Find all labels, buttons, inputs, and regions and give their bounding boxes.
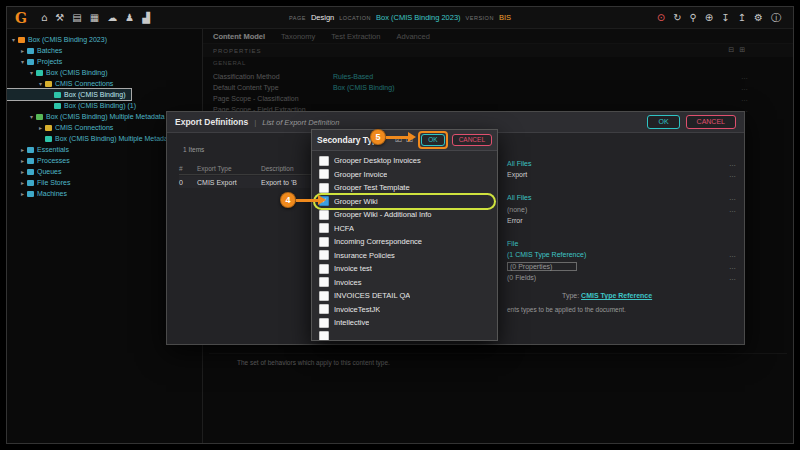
- secondary-type-option[interactable]: INVOICES DETAIL QA: [315, 289, 494, 303]
- dialog-property-row[interactable]: Error: [507, 215, 736, 226]
- type-reference-link[interactable]: CMIS Type Reference: [581, 292, 652, 299]
- dialog-property-row[interactable]: [507, 181, 736, 192]
- secondary-type-option[interactable]: [315, 330, 494, 341]
- secondary-type-option[interactable]: Invoice test: [315, 262, 494, 276]
- tools-icon[interactable]: ⚒: [55, 13, 64, 23]
- page-value[interactable]: Design: [311, 13, 334, 22]
- settings-icon[interactable]: ⚙: [754, 13, 763, 23]
- secondary-type-option[interactable]: Grooper Invoice: [315, 168, 494, 182]
- checkbox[interactable]: [319, 264, 329, 274]
- popup-cancel-button[interactable]: CANCEL: [452, 134, 492, 146]
- dialog-property-more-button[interactable]: …: [729, 274, 736, 281]
- checkbox[interactable]: [319, 183, 329, 193]
- dialog-property-row[interactable]: (1 CMIS Type Reference)…: [507, 249, 736, 260]
- users-icon[interactable]: ♟: [125, 13, 134, 23]
- tree-expander-icon[interactable]: ▾: [27, 113, 36, 120]
- secondary-type-option[interactable]: Grooper Desktop Invoices: [315, 154, 494, 168]
- tree-item[interactable]: ▾CMIS Connections: [7, 78, 119, 89]
- save-icon[interactable]: ▤: [72, 13, 81, 23]
- secondary-type-option[interactable]: Grooper Test Template: [315, 181, 494, 195]
- checkbox[interactable]: [319, 237, 329, 247]
- upload-icon[interactable]: ↥: [738, 13, 746, 23]
- secondary-type-option[interactable]: Grooper Wiki - Additional Info: [315, 208, 494, 222]
- checkbox[interactable]: [319, 250, 329, 260]
- info-icon[interactable]: ⓘ: [771, 13, 781, 23]
- dialog-cancel-button[interactable]: CANCEL: [686, 115, 736, 129]
- dialog-property-row[interactable]: All Files…: [507, 158, 736, 169]
- checkbox[interactable]: [319, 223, 329, 233]
- tree-expander-icon[interactable]: ▸: [18, 179, 27, 186]
- popup-ok-button[interactable]: OK: [421, 134, 444, 146]
- tree-item[interactable]: ▸Essentials: [7, 144, 75, 155]
- checkbox[interactable]: [319, 304, 329, 314]
- tree-expander-icon[interactable]: ▸: [18, 157, 27, 164]
- tree-item[interactable]: ▸Processes: [7, 155, 76, 166]
- tree-item[interactable]: Box (CMIS Binding): [7, 89, 131, 100]
- batches-icon[interactable]: ▦: [90, 13, 99, 23]
- refresh-icon[interactable]: ↻: [673, 13, 681, 23]
- column-header-number[interactable]: #: [179, 165, 197, 172]
- secondary-type-option[interactable]: HCFA: [315, 222, 494, 236]
- dialog-property-row[interactable]: (none)…: [507, 204, 736, 215]
- tree-item[interactable]: ▸Machines: [7, 188, 73, 199]
- tree-item[interactable]: ▸File Stores: [7, 177, 76, 188]
- option-label: Grooper Wiki - Additional Info: [334, 210, 432, 219]
- stats-icon[interactable]: ▟: [142, 13, 150, 23]
- tree-expander-icon[interactable]: ▸: [18, 168, 27, 175]
- dialog-property-row[interactable]: (0 Fields)…: [507, 272, 736, 283]
- tree-expander-icon[interactable]: ▸: [18, 190, 27, 197]
- tree-item[interactable]: Box (CMIS Binding) (1): [7, 100, 142, 111]
- tree-expander-icon[interactable]: ▸: [18, 146, 27, 153]
- power-icon[interactable]: ⊙: [657, 13, 665, 23]
- search-icon[interactable]: ⚲: [690, 13, 697, 23]
- checkbox[interactable]: [319, 331, 329, 340]
- zoom-icon[interactable]: ⊕: [705, 13, 713, 23]
- tree-expander-icon[interactable]: ▾: [36, 80, 45, 87]
- secondary-type-option[interactable]: Intellective: [315, 316, 494, 330]
- tree-expander-icon[interactable]: ▾: [27, 69, 36, 76]
- dialog-property-row[interactable]: File: [507, 238, 736, 249]
- secondary-type-option[interactable]: InvoiceTestJK: [315, 303, 494, 317]
- dialog-property-more-button[interactable]: …: [729, 160, 736, 167]
- tree-item[interactable]: Box (CMIS Binding) Multiple Metadata: [7, 133, 180, 144]
- secondary-type-option[interactable]: Invoices: [315, 276, 494, 290]
- dialog-property-more-button[interactable]: …: [729, 251, 736, 258]
- checkbox[interactable]: [319, 277, 329, 287]
- dialog-property-more-button[interactable]: …: [729, 171, 736, 178]
- tree-item[interactable]: ▸Queues: [7, 166, 68, 177]
- option-label: HCFA: [334, 224, 354, 233]
- location-value[interactable]: Box (CMIS Binding 2023): [376, 13, 461, 22]
- cloud-icon[interactable]: ☁: [107, 13, 117, 23]
- checkbox[interactable]: [319, 291, 329, 301]
- tree-item[interactable]: ▾Box (CMIS Binding) Multiple Metadata: [7, 111, 171, 122]
- tree-expander-icon[interactable]: ▸: [18, 47, 27, 54]
- version-value[interactable]: BIS: [499, 13, 511, 22]
- column-header-export-type[interactable]: Export Type: [197, 165, 261, 172]
- dialog-property-more-button[interactable]: …: [729, 206, 736, 213]
- download-icon[interactable]: ↧: [721, 13, 729, 23]
- secondary-type-option[interactable]: Incoming Correspondence: [315, 235, 494, 249]
- option-label: Grooper Test Template: [334, 183, 410, 192]
- dialog-property-row[interactable]: Export…: [507, 169, 736, 180]
- tree-expander-icon[interactable]: ▸: [36, 124, 45, 131]
- dialog-property-row[interactable]: (0 Properties)…: [507, 261, 736, 272]
- checkbox[interactable]: [319, 318, 329, 328]
- tree-item[interactable]: ▾Projects: [7, 56, 68, 67]
- tree-item[interactable]: ▸Batches: [7, 45, 68, 56]
- tree-item[interactable]: ▸CMIS Connections: [7, 122, 119, 133]
- checkbox[interactable]: [319, 169, 329, 179]
- secondary-type-option[interactable]: ✓Grooper Wiki: [315, 195, 494, 209]
- tree-item[interactable]: ▾Box (CMIS Binding 2023): [7, 34, 113, 45]
- checkbox[interactable]: [319, 156, 329, 166]
- checkbox[interactable]: [319, 210, 329, 220]
- dialog-ok-button[interactable]: OK: [647, 115, 679, 129]
- dialog-property-more-button[interactable]: …: [729, 194, 736, 201]
- home-icon[interactable]: ⌂: [41, 13, 47, 23]
- secondary-type-option[interactable]: Insurance Policies: [315, 249, 494, 263]
- dialog-property-more-button[interactable]: …: [729, 263, 736, 270]
- dialog-property-row[interactable]: All Files…: [507, 192, 736, 203]
- tree-expander-icon[interactable]: ▾: [18, 58, 27, 65]
- dialog-property-row[interactable]: [507, 226, 736, 237]
- tree-expander-icon[interactable]: ▾: [9, 36, 18, 43]
- tree-item[interactable]: ▾Box (CMIS Binding): [7, 67, 113, 78]
